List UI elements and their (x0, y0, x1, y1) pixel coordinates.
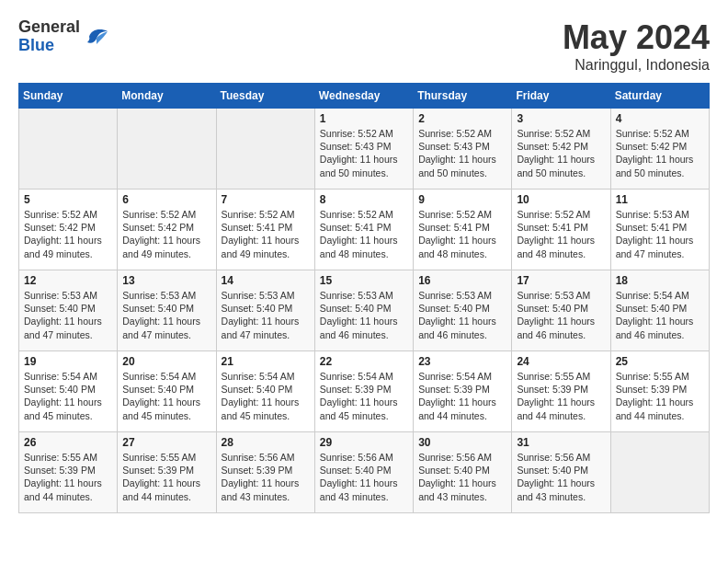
calendar-table: SundayMondayTuesdayWednesdayThursdayFrid… (18, 83, 710, 513)
calendar-cell: 22Sunrise: 5:54 AM Sunset: 5:39 PM Dayli… (314, 351, 413, 432)
day-number: 15 (320, 274, 408, 287)
logo-text: General Blue (18, 18, 80, 55)
calendar-cell: 9Sunrise: 5:52 AM Sunset: 5:41 PM Daylig… (414, 190, 512, 270)
day-info: Sunrise: 5:53 AM Sunset: 5:40 PM Dayligh… (320, 289, 408, 341)
weekday-header: Monday (118, 84, 216, 109)
calendar-cell: 11Sunrise: 5:53 AM Sunset: 5:41 PM Dayli… (610, 190, 709, 270)
day-number: 9 (418, 193, 506, 206)
day-number: 16 (418, 274, 506, 287)
day-number: 23 (418, 355, 506, 368)
day-info: Sunrise: 5:54 AM Sunset: 5:40 PM Dayligh… (122, 370, 210, 422)
day-number: 24 (517, 355, 605, 368)
calendar-cell: 19Sunrise: 5:54 AM Sunset: 5:40 PM Dayli… (19, 351, 118, 432)
weekday-header: Sunday (19, 84, 118, 109)
day-info: Sunrise: 5:52 AM Sunset: 5:41 PM Dayligh… (418, 208, 506, 260)
calendar-cell: 12Sunrise: 5:53 AM Sunset: 5:40 PM Dayli… (19, 270, 118, 351)
day-number: 10 (517, 193, 605, 206)
calendar-cell: 20Sunrise: 5:54 AM Sunset: 5:40 PM Dayli… (118, 351, 216, 432)
day-number: 5 (24, 193, 112, 206)
calendar-cell: 31Sunrise: 5:56 AM Sunset: 5:40 PM Dayli… (512, 432, 610, 513)
day-number: 21 (222, 355, 310, 368)
day-info: Sunrise: 5:56 AM Sunset: 5:40 PM Dayligh… (418, 451, 506, 503)
day-number: 4 (616, 112, 704, 125)
calendar-cell: 17Sunrise: 5:53 AM Sunset: 5:40 PM Dayli… (512, 270, 610, 351)
calendar-cell: 2Sunrise: 5:52 AM Sunset: 5:43 PM Daylig… (414, 109, 512, 190)
day-number: 12 (24, 274, 112, 287)
day-number: 8 (320, 193, 408, 206)
day-number: 20 (122, 355, 210, 368)
day-info: Sunrise: 5:56 AM Sunset: 5:40 PM Dayligh… (517, 451, 605, 503)
calendar-cell: 24Sunrise: 5:55 AM Sunset: 5:39 PM Dayli… (512, 351, 610, 432)
page-header: General Blue May 2024 Naringgul, Indones… (18, 18, 710, 74)
calendar-cell: 28Sunrise: 5:56 AM Sunset: 5:39 PM Dayli… (216, 432, 314, 513)
day-number: 7 (222, 193, 310, 206)
calendar-cell: 21Sunrise: 5:54 AM Sunset: 5:40 PM Dayli… (216, 351, 314, 432)
day-number: 2 (418, 112, 506, 125)
day-info: Sunrise: 5:55 AM Sunset: 5:39 PM Dayligh… (24, 451, 112, 503)
calendar-cell: 26Sunrise: 5:55 AM Sunset: 5:39 PM Dayli… (19, 432, 118, 513)
calendar-cell: 5Sunrise: 5:52 AM Sunset: 5:42 PM Daylig… (19, 190, 118, 270)
day-info: Sunrise: 5:52 AM Sunset: 5:43 PM Dayligh… (418, 127, 506, 179)
day-number: 25 (616, 355, 704, 368)
logo: General Blue (18, 18, 111, 55)
calendar-cell: 4Sunrise: 5:52 AM Sunset: 5:42 PM Daylig… (610, 109, 709, 190)
day-info: Sunrise: 5:53 AM Sunset: 5:41 PM Dayligh… (616, 208, 704, 260)
day-info: Sunrise: 5:54 AM Sunset: 5:40 PM Dayligh… (616, 289, 704, 341)
calendar-cell: 14Sunrise: 5:53 AM Sunset: 5:40 PM Dayli… (216, 270, 314, 351)
day-number: 29 (320, 436, 408, 449)
day-info: Sunrise: 5:52 AM Sunset: 5:41 PM Dayligh… (222, 208, 310, 260)
day-info: Sunrise: 5:56 AM Sunset: 5:39 PM Dayligh… (222, 451, 310, 503)
day-number: 3 (517, 112, 605, 125)
day-info: Sunrise: 5:52 AM Sunset: 5:42 PM Dayligh… (616, 127, 704, 179)
page-title: May 2024 (563, 18, 710, 57)
logo-general: General (18, 18, 80, 37)
day-number: 14 (222, 274, 310, 287)
day-number: 28 (222, 436, 310, 449)
calendar-cell (19, 109, 118, 190)
calendar-cell: 16Sunrise: 5:53 AM Sunset: 5:40 PM Dayli… (414, 270, 512, 351)
day-number: 31 (517, 436, 605, 449)
day-number: 13 (122, 274, 210, 287)
day-info: Sunrise: 5:52 AM Sunset: 5:41 PM Dayligh… (320, 208, 408, 260)
calendar-cell: 8Sunrise: 5:52 AM Sunset: 5:41 PM Daylig… (314, 190, 413, 270)
day-number: 1 (320, 112, 408, 125)
calendar-cell: 18Sunrise: 5:54 AM Sunset: 5:40 PM Dayli… (610, 270, 709, 351)
calendar-cell (118, 109, 216, 190)
day-number: 6 (122, 193, 210, 206)
day-info: Sunrise: 5:53 AM Sunset: 5:40 PM Dayligh… (517, 289, 605, 341)
weekday-header: Wednesday (314, 84, 413, 109)
calendar-cell: 3Sunrise: 5:52 AM Sunset: 5:42 PM Daylig… (512, 109, 610, 190)
calendar-cell: 23Sunrise: 5:54 AM Sunset: 5:39 PM Dayli… (414, 351, 512, 432)
logo-blue: Blue (18, 37, 80, 55)
calendar-week-row: 1Sunrise: 5:52 AM Sunset: 5:43 PM Daylig… (19, 109, 710, 190)
calendar-cell: 1Sunrise: 5:52 AM Sunset: 5:43 PM Daylig… (314, 109, 413, 190)
weekday-header: Friday (512, 84, 610, 109)
calendar-cell: 27Sunrise: 5:55 AM Sunset: 5:39 PM Dayli… (118, 432, 216, 513)
calendar-cell: 7Sunrise: 5:52 AM Sunset: 5:41 PM Daylig… (216, 190, 314, 270)
weekday-header: Thursday (414, 84, 512, 109)
day-info: Sunrise: 5:53 AM Sunset: 5:40 PM Dayligh… (418, 289, 506, 341)
calendar-cell: 30Sunrise: 5:56 AM Sunset: 5:40 PM Dayli… (414, 432, 512, 513)
day-info: Sunrise: 5:54 AM Sunset: 5:39 PM Dayligh… (320, 370, 408, 422)
day-info: Sunrise: 5:52 AM Sunset: 5:42 PM Dayligh… (122, 208, 210, 260)
calendar-cell: 25Sunrise: 5:55 AM Sunset: 5:39 PM Dayli… (610, 351, 709, 432)
calendar-cell: 10Sunrise: 5:52 AM Sunset: 5:41 PM Dayli… (512, 190, 610, 270)
calendar-cell: 13Sunrise: 5:53 AM Sunset: 5:40 PM Dayli… (118, 270, 216, 351)
day-number: 27 (122, 436, 210, 449)
day-number: 11 (616, 193, 704, 206)
day-info: Sunrise: 5:52 AM Sunset: 5:43 PM Dayligh… (320, 127, 408, 179)
title-block: May 2024 Naringgul, Indonesia (563, 18, 710, 74)
calendar-cell: 29Sunrise: 5:56 AM Sunset: 5:40 PM Dayli… (314, 432, 413, 513)
calendar-cell: 6Sunrise: 5:52 AM Sunset: 5:42 PM Daylig… (118, 190, 216, 270)
day-number: 22 (320, 355, 408, 368)
day-info: Sunrise: 5:52 AM Sunset: 5:42 PM Dayligh… (517, 127, 605, 179)
calendar-cell (610, 432, 709, 513)
day-info: Sunrise: 5:54 AM Sunset: 5:39 PM Dayligh… (418, 370, 506, 422)
calendar-week-row: 19Sunrise: 5:54 AM Sunset: 5:40 PM Dayli… (19, 351, 710, 432)
day-info: Sunrise: 5:55 AM Sunset: 5:39 PM Dayligh… (122, 451, 210, 503)
day-number: 17 (517, 274, 605, 287)
calendar-week-row: 5Sunrise: 5:52 AM Sunset: 5:42 PM Daylig… (19, 190, 710, 270)
calendar-week-row: 26Sunrise: 5:55 AM Sunset: 5:39 PM Dayli… (19, 432, 710, 513)
day-info: Sunrise: 5:55 AM Sunset: 5:39 PM Dayligh… (616, 370, 704, 422)
day-info: Sunrise: 5:55 AM Sunset: 5:39 PM Dayligh… (517, 370, 605, 422)
